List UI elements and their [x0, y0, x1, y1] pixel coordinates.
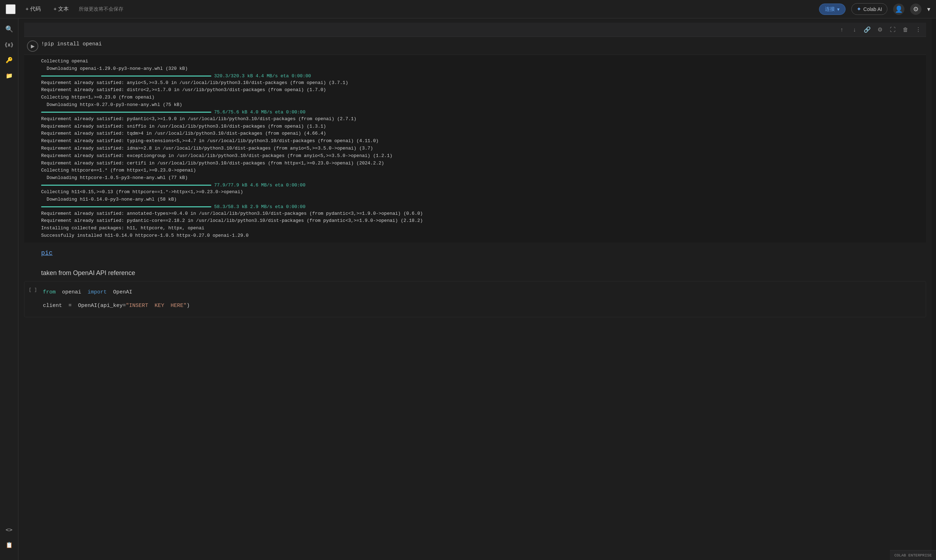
output-line-17: Downloading h11-0.14.0-py3-none-any.whl …: [41, 196, 909, 203]
add-text-button[interactable]: + 文本: [51, 4, 72, 14]
expand-icon: ▾: [927, 6, 930, 13]
cell-1-input: ▶ !pip install openai: [24, 37, 926, 55]
output-line-1: Collecting openai: [41, 58, 909, 65]
progress-bar-2: 75.6/75.6 kB 4.0 MB/s eta 0:00:00: [41, 109, 909, 115]
progress-track-1: [41, 75, 211, 77]
output-line-12: Requirement already satisfied: exception…: [41, 152, 909, 160]
progress-stats-1: 320.3/320.3 kB 4.4 MB/s eta 0:00:00: [214, 73, 311, 79]
output-line-19: Requirement already satisfied: pydantic-…: [41, 217, 909, 225]
cell-2-line-1: from openai import OpenAI: [43, 287, 921, 298]
sidebar-item-variables[interactable]: {x}: [3, 38, 15, 51]
add-text-label: + 文本: [54, 6, 69, 12]
progress-bar-4: 58.3/58.3 kB 2.9 MB/s eta 0:00:00: [41, 204, 909, 209]
section-label: taken from OpenAI API reference: [35, 264, 932, 280]
connect-chevron: ▾: [837, 6, 839, 12]
output-line-15: Downloading httpcore-1.0.5-py3-none-any.…: [41, 174, 909, 182]
progress-stats-2: 75.6/75.6 kB 4.0 MB/s eta 0:00:00: [214, 109, 305, 115]
progress-stats-4: 58.3/58.3 kB 2.9 MB/s eta 0:00:00: [214, 204, 305, 209]
run-cell-button[interactable]: ▶: [27, 40, 38, 52]
pic-link[interactable]: pic: [41, 249, 52, 257]
output-line-16: Collecting h11<0.15,>=0.13 (from httpcor…: [41, 189, 909, 196]
variables-icon: {x}: [5, 42, 14, 48]
run-icon: ▶: [31, 43, 35, 49]
search-icon: 🔍: [5, 25, 13, 33]
key-icon: 🔑: [6, 57, 13, 64]
progress-stats-3: 77.9/77.9 kB 4.6 MB/s eta 0:00:00: [214, 183, 305, 188]
sidebar: 🔍 {x} 🔑 📁 <> 📋: [0, 18, 18, 560]
colab-ai-label: Colab AI: [863, 6, 882, 12]
user-icon: 👤: [895, 5, 903, 13]
output-line-6: Downloading httpx-0.27.0-py3-none-any.wh…: [41, 102, 909, 109]
output-line-10: Requirement already satisfied: typing-ex…: [41, 137, 909, 145]
progress-track-4: [41, 206, 211, 207]
main-layout: 🔍 {x} 🔑 📁 <> 📋 ↑ ↓: [0, 18, 936, 560]
more-icon: ⋮: [916, 26, 921, 33]
bottom-bar: COLAB ENTERPRISE: [890, 550, 936, 560]
settings-button[interactable]: ⚙: [910, 3, 921, 15]
cell-bracket: [ ]: [29, 287, 40, 292]
link-button[interactable]: 🔗: [862, 25, 872, 35]
sidebar-item-search[interactable]: 🔍: [3, 23, 15, 35]
output-line-3: Requirement already satisfied: anyio<5,>…: [41, 79, 909, 87]
paren-close: ): [186, 303, 190, 309]
top-bar-right: 连接 ▾ ✦ Colab AI 👤 ⚙ ▾: [819, 3, 930, 15]
code-icon: <>: [6, 526, 12, 533]
cell-1-wrapper: ↑ ↓ 🔗 ⚙ ⛶ 🗑 ⋮: [24, 23, 926, 242]
delete-icon: 🗑: [903, 26, 908, 33]
up-arrow-icon: ↑: [840, 26, 843, 33]
folder-icon: 📁: [6, 72, 13, 79]
api-key-value: "INSERT KEY HERE": [126, 303, 186, 309]
top-bar-left: + 代码 + 文本 所做更改将不会保存: [6, 4, 813, 14]
cell-settings-button[interactable]: ⚙: [875, 25, 885, 35]
connect-label: 连接: [825, 6, 835, 12]
move-down-button[interactable]: ↓: [850, 25, 859, 35]
cell-2-input: [ ] from openai import OpenAI client = O…: [24, 281, 926, 317]
more-options-button[interactable]: ⋮: [913, 25, 923, 35]
sidebar-item-code[interactable]: <>: [3, 523, 15, 536]
output-line-9: Requirement already satisfied: tqdm>4 in…: [41, 130, 909, 137]
output-line-11: Requirement already satisfied: idna>=2.8…: [41, 145, 909, 152]
add-code-button[interactable]: + 代码: [23, 4, 44, 14]
colab-ai-button[interactable]: ✦ Colab AI: [851, 3, 887, 15]
func-openai: OpenAI: [78, 303, 97, 309]
cell-1-code[interactable]: !pip install openai: [41, 40, 923, 49]
sidebar-item-files[interactable]: 📁: [3, 69, 15, 82]
colab-ai-icon: ✦: [857, 6, 861, 12]
down-arrow-icon: ↓: [853, 26, 856, 33]
output-line-18: Requirement already satisfied: annotated…: [41, 210, 909, 218]
output-line-13: Requirement already satisfied: certifi i…: [41, 160, 909, 167]
menu-button[interactable]: [6, 4, 15, 14]
connect-button[interactable]: 连接 ▾: [819, 3, 845, 15]
sidebar-item-terminal[interactable]: 📋: [3, 539, 15, 551]
top-bar: + 代码 + 文本 所做更改将不会保存 连接 ▾ ✦ Colab AI 👤 ⚙ …: [0, 0, 936, 18]
param-api-key: api_key=: [100, 303, 126, 309]
output-line-5: Collecting httpx<1,>=0.23.0 (from openai…: [41, 94, 909, 102]
progress-track-2: [41, 112, 211, 113]
output-line-21: Successfully installed h11-0.14.0 httpco…: [41, 232, 909, 240]
settings-icon: ⚙: [913, 5, 919, 13]
user-button[interactable]: 👤: [893, 3, 904, 15]
delete-cell-button[interactable]: 🗑: [901, 25, 910, 35]
progress-bar-1: 320.3/320.3 kB 4.4 MB/s eta 0:00:00: [41, 73, 909, 79]
cell-2-code-block: from openai import OpenAI client = OpenA…: [43, 287, 921, 311]
colab-enterprise-label: COLAB ENTERPRISE: [894, 553, 932, 557]
kw-import: import: [88, 289, 107, 295]
right-scrollbar: [932, 18, 936, 560]
cell-2-line-2: client = OpenAI(api_key="INSERT KEY HERE…: [43, 300, 921, 311]
settings-icon: ⚙: [878, 26, 882, 33]
kw-from: from: [43, 289, 55, 295]
output-line-4: Requirement already satisfied: distro<2,…: [41, 86, 909, 94]
expand-button[interactable]: ▾: [927, 5, 930, 13]
move-up-button[interactable]: ↑: [837, 25, 847, 35]
var-client: client: [43, 303, 62, 309]
progress-track-3: [41, 185, 211, 186]
progress-fill-1: [41, 75, 211, 77]
paren-open: (: [97, 303, 100, 309]
output-line-14: Collecting httpcore==1.* (from httpx<1,>…: [41, 167, 909, 174]
output-line-8: Requirement already satisfied: sniffio i…: [41, 123, 909, 131]
fullscreen-button[interactable]: ⛶: [888, 25, 898, 35]
sidebar-item-secrets[interactable]: 🔑: [3, 54, 15, 67]
text-cell-1: pic: [24, 245, 926, 261]
cell-1-output: Collecting openai Downloading openai-1.2…: [24, 55, 926, 242]
add-code-label: + 代码: [26, 6, 41, 12]
